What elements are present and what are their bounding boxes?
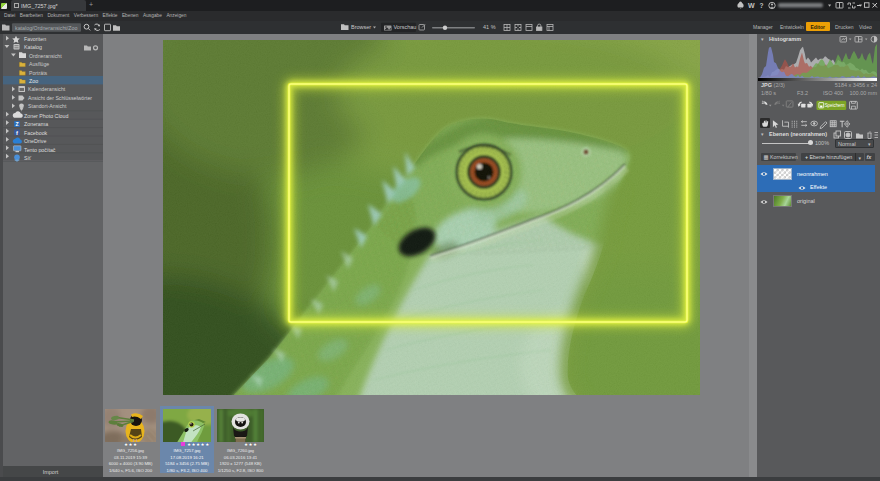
svg-text:Favoriten: Favoriten	[24, 36, 46, 42]
svg-text:Ansicht der Schlüsselwörter: Ansicht der Schlüsselwörter	[28, 95, 92, 101]
svg-text:Browser: Browser	[351, 24, 371, 30]
svg-text:Vorschau: Vorschau	[394, 24, 417, 30]
svg-text:Facebook: Facebook	[24, 130, 48, 136]
svg-text:Tento počítač: Tento počítač	[24, 147, 56, 153]
svg-text:41 %: 41 %	[483, 24, 496, 30]
svg-text:katalog/Ordneransicht/Zoo: katalog/Ordneransicht/Zoo	[15, 25, 77, 31]
svg-text:Katalog: Katalog	[24, 44, 42, 50]
svg-text:W: W	[748, 2, 755, 9]
svg-text:Porträts: Porträts	[29, 70, 48, 76]
svg-text:OneDrive: OneDrive	[24, 138, 46, 144]
svg-text:Zoo: Zoo	[29, 78, 38, 84]
svg-text:?: ?	[760, 2, 764, 9]
svg-text:Speichern: Speichern	[825, 102, 845, 107]
svg-text:Ordneransicht: Ordneransicht	[29, 53, 62, 59]
svg-text:Ausflüge: Ausflüge	[29, 61, 49, 67]
svg-text:Kalenderansicht: Kalenderansicht	[28, 86, 66, 92]
svg-text:Síť: Síť	[24, 155, 32, 161]
svg-text:Zoner Photo Cloud: Zoner Photo Cloud	[24, 113, 69, 119]
svg-text:Standort-Ansicht: Standort-Ansicht	[28, 103, 67, 109]
svg-text:f: f	[16, 130, 18, 136]
svg-text:Zonerama: Zonerama	[24, 121, 48, 127]
